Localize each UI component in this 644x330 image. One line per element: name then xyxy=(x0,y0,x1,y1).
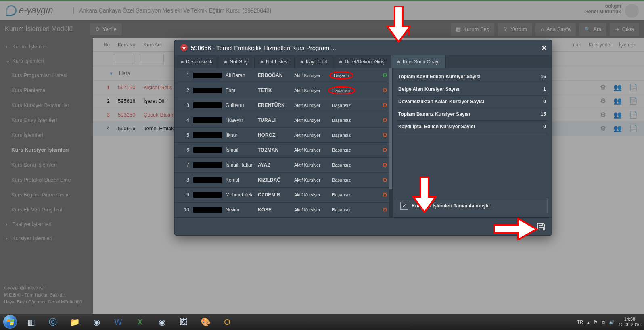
logo-icon xyxy=(6,5,17,16)
taskbar-chrome2[interactable]: ◉ xyxy=(151,314,173,330)
kursiyer-row[interactable]: 6İsmailTOZMANAktif KursiyerBaşarısız⚙ xyxy=(175,143,392,158)
taskbar-images[interactable]: 🖼 xyxy=(173,314,194,330)
tray-up-icon[interactable]: ▴ xyxy=(587,320,590,325)
start-button[interactable] xyxy=(0,314,20,330)
col-islemler[interactable]: İşlemler xyxy=(619,42,636,48)
tray-net-icon[interactable]: ⧉ xyxy=(602,320,605,325)
search-button[interactable]: 🔍 Ara xyxy=(579,23,606,36)
gear-icon[interactable]: ⚙ xyxy=(382,161,387,169)
gear-icon[interactable]: ⚙ xyxy=(382,146,387,154)
gear-icon[interactable]: ⚙ xyxy=(382,206,387,213)
gear-icon[interactable]: ⚙ xyxy=(600,83,606,92)
gear-icon[interactable]: ⚙ xyxy=(600,97,606,105)
help-button[interactable]: ？ Yardım xyxy=(498,23,532,36)
tray-flag-icon[interactable]: ⚑ xyxy=(594,320,598,325)
sidebar-item[interactable]: Kurs Kursiyer İşlemleri xyxy=(0,142,93,157)
kursiyer-row[interactable]: 10NevimKÖSEAktif KursiyerBaşarısız⚙ xyxy=(175,203,392,217)
users-icon[interactable]: 👥 xyxy=(613,124,622,133)
tray-lang[interactable]: TR xyxy=(577,320,583,324)
sidebar-item[interactable]: Kurs Sonu İşlemleri xyxy=(0,157,93,172)
users-icon[interactable]: 👥 xyxy=(613,83,622,92)
doc-icon[interactable]: 📄 xyxy=(629,83,638,92)
sidebar-item[interactable]: Kurs Planlama xyxy=(0,83,93,98)
modal-tab[interactable]: ✱Devamsızlık xyxy=(175,55,218,68)
kursiyer-row[interactable]: 1Ali BaranERDOĞANAktif KursiyerBaşarılı⚙ xyxy=(175,68,392,83)
doc-icon[interactable]: 📄 xyxy=(629,111,638,119)
doc-icon[interactable]: 📄 xyxy=(629,124,638,133)
sidebar-group-faaliyet[interactable]: ›Faaliyet İşlemleri xyxy=(0,217,93,231)
kursiyer-row[interactable]: 2EsraTETİKAktif KursiyerBaşarısız⚙ xyxy=(175,83,392,98)
refresh-button[interactable]: ⟳ Yenile xyxy=(90,23,122,35)
taskbar-excel[interactable]: X xyxy=(129,314,151,330)
avatar-icon[interactable] xyxy=(625,4,639,18)
sidebar-group-kurum[interactable]: ›Kurum İşlemleri xyxy=(0,40,93,54)
kursiyer-row[interactable]: 3GülbanuERENTÜRKAktif KursiyerBaşarısız⚙ xyxy=(175,98,392,113)
modal-title: ★ 590656 - Temel Emlâkçılık Hizmetleri K… xyxy=(175,40,552,55)
modal-tab[interactable]: ✱Not Grişi xyxy=(218,55,255,68)
col-no[interactable]: No xyxy=(93,42,114,48)
taskbar-ie[interactable]: ⓔ xyxy=(42,314,64,330)
doc-icon[interactable]: 📄 xyxy=(629,97,638,105)
user-role: Genel Müdürlük xyxy=(584,9,621,15)
svg-rect-1 xyxy=(539,227,543,230)
kursiyer-row[interactable]: 5İlknurHOROZAktif KursiyerBaşarısız⚙ xyxy=(175,128,392,143)
svg-marker-3 xyxy=(413,177,436,212)
kursiyer-list: 1Ali BaranERDOĞANAktif KursiyerBaşarılı⚙… xyxy=(175,68,393,217)
sidebar-item[interactable]: Kurs Onay İşlemleri xyxy=(0,113,93,127)
taskbar-explorer[interactable]: 📁 xyxy=(64,314,86,330)
sidebar-group-kurs[interactable]: ⌄Kurs İşlemleri xyxy=(0,54,93,68)
gear-icon[interactable]: ⚙ xyxy=(600,124,606,133)
col-rum[interactable]: rum xyxy=(573,42,581,48)
sidebar-group-kursiyer[interactable]: ›Kursiyer İşlemleri xyxy=(0,231,93,245)
gear-icon[interactable]: ⚙ xyxy=(382,176,387,184)
taskbar-app-1[interactable]: ▥ xyxy=(20,314,42,330)
scrollbar[interactable] xyxy=(389,68,392,217)
stat-row: Toplam Başarız Kursiyer Sayısı15 xyxy=(397,108,548,121)
gear-icon[interactable]: ⚙ xyxy=(382,87,387,94)
sidebar-item[interactable]: Kurs Ek Veri Giriş İzni xyxy=(0,202,93,217)
modal-tab[interactable]: ✱Ücret/Dekont Girişi xyxy=(333,55,391,68)
kursiyer-row[interactable]: 7İsmail HakanAYAZAktif KursiyerBaşarısız… xyxy=(175,158,392,173)
user-block: ookgm Genel Müdürlük xyxy=(584,3,638,15)
tray-clock[interactable]: 14:58 13.06.2016 xyxy=(619,317,641,327)
kurum-sec-button[interactable]: ▦ Kurum Seç xyxy=(451,23,494,36)
users-icon[interactable]: 👥 xyxy=(613,111,622,119)
svg-marker-2 xyxy=(387,6,410,42)
taskbar-chrome[interactable]: ◉ xyxy=(86,314,107,330)
user-name: ookgm xyxy=(584,3,621,9)
confirm-checkbox[interactable]: ✓ xyxy=(400,202,408,210)
kursiyer-row[interactable]: 9Mehmet ZekiÖZDEMİRAktif KursiyerBaşarıs… xyxy=(175,188,392,203)
institution-name: Ankara Çankaya Özel Şampiyon Mesleki Ve … xyxy=(73,7,271,14)
col-kurs-no[interactable]: Kurs No xyxy=(114,42,140,48)
kursiyer-row[interactable]: 8KemalKIZILDAĞAktif KursiyerBaşarısız⚙ xyxy=(175,173,392,188)
gear-icon[interactable]: ⚙ xyxy=(382,72,387,79)
col-kursiyerler[interactable]: Kursiyerler xyxy=(589,42,612,48)
gear-icon[interactable]: ⚙ xyxy=(600,111,606,119)
svg-marker-4 xyxy=(494,219,537,240)
sidebar-item[interactable]: Kurs Programları Listesi xyxy=(0,68,93,83)
gear-icon[interactable]: ⚙ xyxy=(382,191,387,198)
logout-button[interactable]: ⇥ Çıkış xyxy=(610,23,639,36)
modal-tab[interactable]: ✱Kayıt İptal xyxy=(295,55,333,68)
windows-taskbar: ▥ ⓔ 📁 ◉ W X ◉ 🖼 🎨 O TR ▴ ⚑ ⧉ 🔊 14:58 13.… xyxy=(0,314,644,330)
sidebar-item[interactable]: Kurs Protokol Düzenleme xyxy=(0,172,93,187)
modal-tab[interactable]: ✱Not Listesi xyxy=(255,55,295,68)
filter-kurs-no[interactable] xyxy=(114,54,134,64)
sidebar-item[interactable]: Kurs Bilgileri Güncelleme xyxy=(0,187,93,202)
filter-kurs-adi[interactable] xyxy=(140,54,164,64)
gear-icon[interactable]: ⚙ xyxy=(382,132,387,139)
gear-icon[interactable]: ⚙ xyxy=(382,102,387,109)
modal-tab[interactable]: ✱Kurs Sonu Onayı xyxy=(391,55,445,68)
taskbar-paint[interactable]: 🎨 xyxy=(194,314,216,330)
sidebar-item[interactable]: Kurs Kursiyer Başvurular xyxy=(0,98,93,113)
tray-sound-icon[interactable]: 🔊 xyxy=(609,320,615,325)
taskbar-outlook[interactable]: O xyxy=(216,314,238,330)
sidebar-item[interactable]: Kurs İşlemleri xyxy=(0,127,93,142)
close-icon[interactable]: ✕ xyxy=(541,43,548,53)
kurs-sonu-modal: ★ 590656 - Temel Emlâkçılık Hizmetleri K… xyxy=(174,40,552,236)
users-icon[interactable]: 👥 xyxy=(613,97,622,105)
taskbar-word[interactable]: W xyxy=(107,314,129,330)
kursiyer-row[interactable]: 4HüseyinTURALIAktif KursiyerBaşarısız⚙ xyxy=(175,113,392,128)
gear-icon[interactable]: ⚙ xyxy=(382,117,387,124)
home-button[interactable]: ⌂ Ana Sayfa xyxy=(535,23,576,36)
